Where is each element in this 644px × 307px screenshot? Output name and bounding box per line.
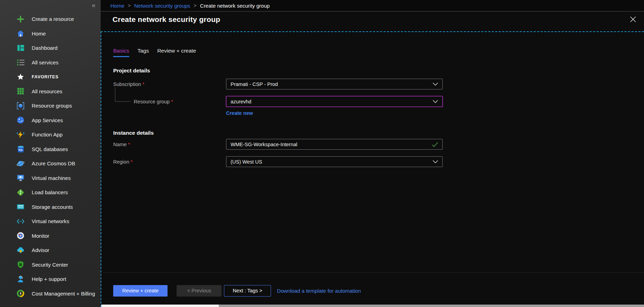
sidebar-nav: Create a resource Home Dashboard All ser…	[0, 0, 101, 301]
region-value: (US) West US	[231, 159, 262, 165]
child-connector-line	[115, 87, 131, 102]
name-field	[226, 139, 443, 150]
app-services-icon	[16, 116, 25, 125]
name-label-text: Name	[113, 142, 127, 147]
chevron-down-icon	[433, 82, 438, 86]
advisor-icon	[16, 246, 25, 255]
sidebar-item-cost-management-billing[interactable]: $ Cost Management + Billing	[0, 286, 101, 301]
cost-management-icon: $	[16, 289, 25, 298]
help-support-icon	[16, 275, 25, 284]
sidebar-item-label: Dashboard	[32, 45, 57, 51]
sidebar-item-sql-databases[interactable]: SQL SQL databases	[0, 142, 101, 157]
sidebar-item-label: Virtual machines	[32, 175, 71, 181]
region-label-text: Region	[113, 159, 129, 165]
breadcrumb-separator: >	[128, 3, 131, 8]
sql-databases-icon: SQL	[16, 144, 25, 154]
sidebar-item-security-center[interactable]: Security Center	[0, 258, 101, 272]
resource-group-value: azurevhd	[231, 99, 251, 104]
next-tags-button[interactable]: Next : Tags >	[224, 285, 271, 297]
required-asterisk: *	[142, 81, 145, 87]
name-input[interactable]	[231, 142, 432, 147]
sidebar-collapse-button[interactable]: «	[92, 1, 95, 9]
page-title: Create network security group	[112, 15, 629, 24]
sidebar-item-favorites-header: FAVORITES	[0, 70, 101, 84]
sidebar-item-label: SQL databases	[32, 146, 68, 152]
tab-bar: Basics Tags Review + create	[113, 48, 644, 57]
all-resources-icon	[16, 87, 25, 96]
sidebar-item-all-resources[interactable]: All resources	[0, 84, 101, 99]
chevron-down-icon	[433, 100, 438, 103]
main-area: Home > Network security groups > Create …	[101, 0, 644, 307]
sidebar-item-label: Security Center	[32, 262, 68, 268]
wizard-footer: Review + create < Previous Next : Tags >…	[101, 272, 644, 305]
sidebar-item-monitor[interactable]: Monitor	[0, 229, 101, 243]
sidebar-item-label: Function App	[32, 132, 63, 137]
sidebar-item-label: Home	[32, 31, 46, 37]
required-asterisk: *	[131, 159, 133, 165]
subscription-row: Subscription* Pramati - CSP - Prod	[113, 79, 644, 89]
sidebar-item-label: Virtual networks	[32, 218, 69, 224]
storage-accounts-icon	[16, 202, 25, 211]
review-create-button[interactable]: Review + create	[113, 285, 168, 297]
sidebar-item-label: Storage accounts	[32, 204, 73, 210]
sidebar-item-label: Create a resource	[32, 16, 74, 22]
sidebar-item-resource-groups[interactable]: Resource groups	[0, 99, 101, 113]
required-asterisk: *	[171, 99, 173, 104]
sidebar-item-app-services[interactable]: App Services	[0, 113, 101, 128]
resource-group-dropdown[interactable]: azurevhd	[226, 96, 443, 107]
sidebar: « Create a resource Home Dashboard All s…	[0, 0, 101, 307]
horizontal-scrollbar[interactable]	[101, 305, 644, 307]
tab-basics[interactable]: Basics	[113, 48, 129, 57]
sidebar-item-label: Advisor	[32, 247, 49, 253]
instance-details-heading: Instance details	[113, 130, 644, 136]
resource-group-label-text: Resource group	[134, 99, 170, 104]
load-balancers-icon	[16, 188, 25, 197]
sidebar-item-label: Help + support	[32, 276, 66, 282]
project-details-heading: Project details	[113, 68, 644, 74]
sidebar-item-label: Azure Cosmos DB	[32, 160, 75, 166]
sidebar-item-create-a-resource[interactable]: Create a resource	[0, 12, 101, 26]
sidebar-item-label: Resource groups	[32, 103, 72, 109]
breadcrumb-home-link[interactable]: Home	[110, 3, 124, 9]
sidebar-item-dashboard[interactable]: Dashboard	[0, 41, 101, 55]
download-template-link[interactable]: Download a template for automation	[277, 288, 361, 294]
virtual-networks-icon	[16, 217, 25, 226]
sidebar-item-home[interactable]: Home	[0, 26, 101, 41]
region-dropdown[interactable]: (US) West US	[226, 156, 443, 167]
required-asterisk: *	[128, 142, 130, 147]
all-services-icon	[16, 58, 25, 67]
create-new-link[interactable]: Create new	[226, 110, 253, 116]
scrollbar-thumb[interactable]	[101, 305, 219, 307]
sidebar-item-help-support[interactable]: Help + support	[0, 272, 101, 286]
sidebar-item-label: Cost Management + Billing	[32, 291, 95, 297]
dashboard-icon	[16, 44, 25, 53]
tab-tags[interactable]: Tags	[138, 48, 149, 57]
subscription-dropdown[interactable]: Pramati - CSP - Prod	[226, 79, 443, 89]
function-app-icon	[16, 130, 25, 139]
breadcrumb-network-security-groups-link[interactable]: Network security groups	[134, 3, 190, 9]
sidebar-item-label: All resources	[32, 88, 62, 94]
sidebar-item-function-app[interactable]: Function App	[0, 127, 101, 142]
sidebar-item-storage-accounts[interactable]: Storage accounts	[0, 200, 101, 214]
sidebar-item-advisor[interactable]: Advisor	[0, 243, 101, 258]
basics-tab-panel: Basics Tags Review + create Project deta…	[101, 32, 644, 272]
sidebar-item-azure-cosmos-db[interactable]: Azure Cosmos DB	[0, 156, 101, 171]
resource-group-row: Resource group* azurevhd	[113, 96, 644, 107]
tab-review-create[interactable]: Review + create	[157, 48, 196, 57]
sidebar-section-label: FAVORITES	[32, 74, 59, 79]
sidebar-item-load-balancers[interactable]: Load balancers	[0, 185, 101, 200]
sidebar-item-all-services[interactable]: All services	[0, 55, 101, 70]
subscription-label-text: Subscription	[113, 81, 141, 87]
region-label: Region*	[113, 159, 226, 165]
resource-groups-icon	[16, 101, 25, 110]
home-icon	[16, 29, 25, 38]
create-new-row: Create new	[113, 110, 644, 116]
sidebar-item-virtual-networks[interactable]: Virtual networks	[0, 214, 101, 229]
close-icon[interactable]	[629, 15, 637, 24]
security-center-icon	[16, 260, 25, 269]
name-row: Name*	[113, 139, 644, 150]
sidebar-item-label: All services	[32, 60, 59, 65]
svg-text:$: $	[20, 292, 22, 295]
sidebar-item-virtual-machines[interactable]: Virtual machines	[0, 171, 101, 186]
previous-button[interactable]: < Previous	[177, 285, 222, 297]
